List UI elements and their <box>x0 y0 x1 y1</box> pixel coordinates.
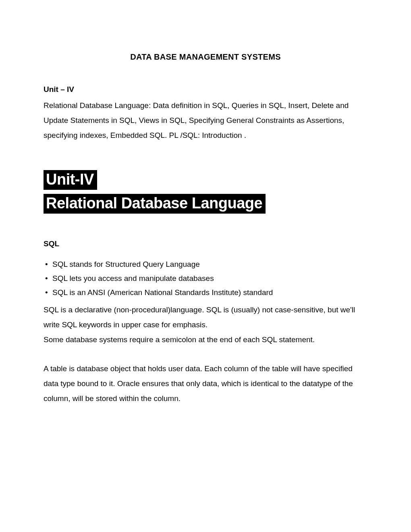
unit-label: Unit – IV <box>44 85 367 94</box>
sql-subheading: SQL <box>44 239 367 248</box>
section-heading-unit: Unit-IV <box>44 170 97 190</box>
list-item: SQL is an ANSI (American National Standa… <box>44 285 367 299</box>
list-item: SQL lets you access and manipulate datab… <box>44 271 367 285</box>
body-paragraph: SQL is a declarative (non-procedural)lan… <box>44 302 367 347</box>
sql-bullets: SQL stands for Structured Query Language… <box>44 257 367 299</box>
syllabus-description: Relational Database Language: Data defin… <box>44 98 367 143</box>
section-heading-topic: Relational Database Language <box>44 194 266 214</box>
list-item: SQL stands for Structured Query Language <box>44 257 367 271</box>
document-title: DATA BASE MANAGEMENT SYSTEMS <box>44 52 367 62</box>
body-paragraph: A table is database object that holds us… <box>44 361 367 406</box>
